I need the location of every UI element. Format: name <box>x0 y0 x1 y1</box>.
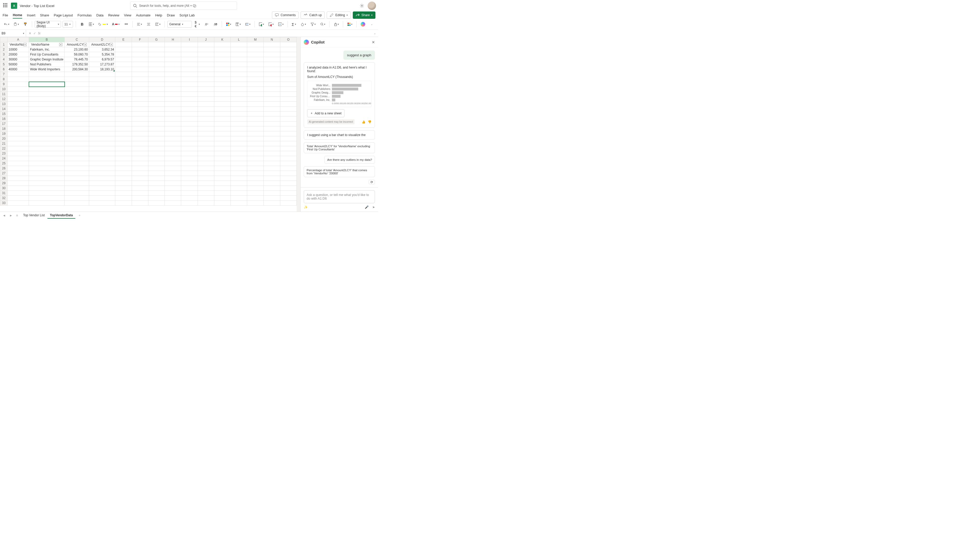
cell-H1[interactable] <box>165 42 181 47</box>
cell-E28[interactable] <box>115 176 131 181</box>
cell-A10[interactable] <box>7 87 29 92</box>
cell-M1[interactable] <box>247 42 264 47</box>
cell-J10[interactable] <box>198 87 214 92</box>
cell-G7[interactable] <box>148 72 164 77</box>
cell-O9[interactable] <box>280 82 296 87</box>
cell-D23[interactable] <box>89 151 115 156</box>
cell-D20[interactable] <box>89 136 115 141</box>
cell-E13[interactable] <box>115 102 131 106</box>
cell-L15[interactable] <box>230 111 247 116</box>
sheet-nav-next[interactable]: ► <box>8 214 13 217</box>
cell-K16[interactable] <box>214 116 230 121</box>
cell-N18[interactable] <box>264 126 280 131</box>
cell-L12[interactable] <box>230 97 247 102</box>
add-to-sheet-button[interactable]: ＋Add to a new sheet <box>307 109 344 117</box>
cell-O20[interactable] <box>280 136 296 141</box>
cell-D6[interactable]: 18,193.10 <box>89 67 115 72</box>
cell-M28[interactable] <box>247 176 264 181</box>
cell-B16[interactable] <box>29 116 65 121</box>
cell-F1[interactable] <box>131 42 148 47</box>
cell-F8[interactable] <box>131 77 148 82</box>
cell-L31[interactable] <box>230 191 247 196</box>
number-format-select[interactable]: General▾ <box>168 21 192 28</box>
col-header-B[interactable]: B <box>29 37 65 42</box>
cell-G2[interactable] <box>148 47 164 52</box>
cell-A1[interactable]: VendorNo▾ <box>7 42 29 47</box>
cell-L5[interactable] <box>230 62 247 67</box>
cell-E30[interactable] <box>115 186 131 191</box>
sheet-nav-prev[interactable]: ◄ <box>2 214 7 217</box>
cell-L32[interactable] <box>230 196 247 201</box>
cell-K21[interactable] <box>214 141 230 146</box>
cell-M23[interactable] <box>247 151 264 156</box>
cell-L23[interactable] <box>230 151 247 156</box>
cell-J13[interactable] <box>198 102 214 106</box>
select-all-corner[interactable] <box>0 37 8 42</box>
cell-M21[interactable] <box>247 141 264 146</box>
cell-M7[interactable] <box>247 72 264 77</box>
cell-B22[interactable] <box>29 146 65 151</box>
cell-D25[interactable] <box>89 161 115 166</box>
cell-E4[interactable] <box>115 57 131 62</box>
cell-I13[interactable] <box>181 102 198 106</box>
cell-K30[interactable] <box>214 186 230 191</box>
cell-F3[interactable] <box>131 52 148 57</box>
cell-I22[interactable] <box>181 146 198 151</box>
cell-E5[interactable] <box>115 62 131 67</box>
row-header-27[interactable]: 27 <box>0 171 8 176</box>
cell-A30[interactable] <box>7 186 29 191</box>
cell-O11[interactable] <box>280 92 296 97</box>
row-header-23[interactable]: 23 <box>0 151 8 156</box>
cell-G1[interactable] <box>148 42 164 47</box>
cell-F6[interactable] <box>131 67 148 72</box>
row-header-14[interactable]: 14 <box>0 106 8 111</box>
cell-O26[interactable] <box>280 166 296 171</box>
cell-C17[interactable] <box>65 121 89 126</box>
cell-J25[interactable] <box>198 161 214 166</box>
menu-tab-automate[interactable]: Automate <box>136 12 151 18</box>
cell-E9[interactable] <box>115 82 131 87</box>
cell-M24[interactable] <box>247 156 264 161</box>
undo-button[interactable]: ▾ <box>3 21 11 28</box>
addins-button[interactable]: ▾ <box>346 21 354 28</box>
cell-B4[interactable]: Graphic Design Institute <box>29 57 65 62</box>
cell-N9[interactable] <box>264 82 280 87</box>
cell-G32[interactable] <box>148 196 164 201</box>
cell-L13[interactable] <box>230 102 247 106</box>
cell-A29[interactable] <box>7 181 29 186</box>
cell-K20[interactable] <box>214 136 230 141</box>
paste-button[interactable]: ▾ <box>12 21 20 28</box>
cell-D22[interactable] <box>89 146 115 151</box>
cell-G30[interactable] <box>148 186 164 191</box>
cell-N19[interactable] <box>264 131 280 136</box>
cell-H13[interactable] <box>165 102 181 106</box>
fx-icon[interactable]: fx <box>38 31 40 35</box>
sparkle-icon[interactable]: ✨ <box>304 205 308 209</box>
cell-L6[interactable] <box>230 67 247 72</box>
cell-J4[interactable] <box>198 57 214 62</box>
cell-L28[interactable] <box>230 176 247 181</box>
cell-K8[interactable] <box>214 77 230 82</box>
cell-L21[interactable] <box>230 141 247 146</box>
row-header-17[interactable]: 17 <box>0 121 8 126</box>
cell-K26[interactable] <box>214 166 230 171</box>
cell-G23[interactable] <box>148 151 164 156</box>
cell-H33[interactable] <box>165 201 181 206</box>
cell-E32[interactable] <box>115 196 131 201</box>
thumbs-up-icon[interactable]: 👍 <box>361 120 366 124</box>
cell-A18[interactable] <box>7 126 29 131</box>
cell-G27[interactable] <box>148 171 164 176</box>
col-header-J[interactable]: J <box>198 37 214 42</box>
cell-N11[interactable] <box>264 92 280 97</box>
cell-N17[interactable] <box>264 121 280 126</box>
cell-K33[interactable] <box>214 201 230 206</box>
cell-H9[interactable] <box>165 82 181 87</box>
cell-A9[interactable] <box>7 82 29 87</box>
cell-N31[interactable] <box>264 191 280 196</box>
cell-N12[interactable] <box>264 97 280 102</box>
cell-O10[interactable] <box>280 87 296 92</box>
sort-filter-button[interactable]: ▾ <box>309 21 317 28</box>
cell-J1[interactable] <box>198 42 214 47</box>
cell-K25[interactable] <box>214 161 230 166</box>
cell-I11[interactable] <box>181 92 198 97</box>
